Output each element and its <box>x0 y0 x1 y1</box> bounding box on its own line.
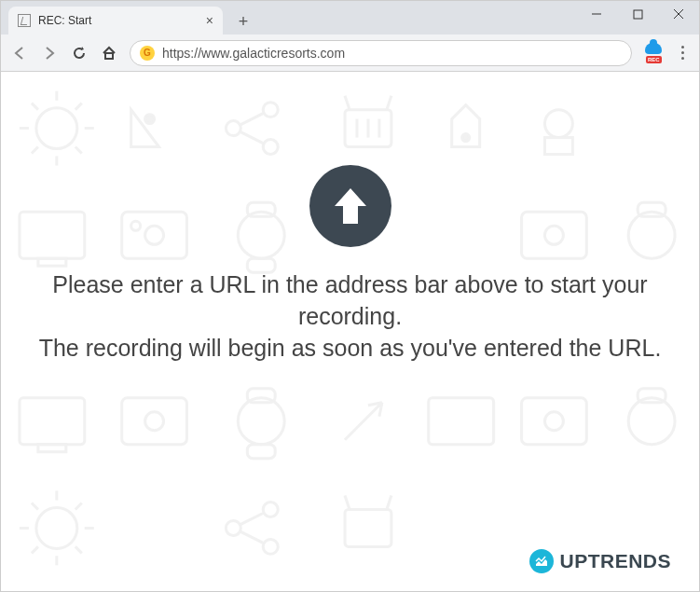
svg-rect-35 <box>122 398 187 445</box>
svg-rect-51 <box>345 509 391 546</box>
maximize-button[interactable] <box>617 1 658 27</box>
home-button[interactable] <box>100 44 118 62</box>
back-button[interactable] <box>10 44 29 62</box>
browser-menu-button[interactable] <box>675 46 690 60</box>
svg-line-52 <box>345 496 350 510</box>
svg-point-36 <box>145 412 164 431</box>
svg-rect-4 <box>105 53 113 59</box>
svg-point-45 <box>36 507 77 548</box>
rec-badge: REC <box>646 56 662 63</box>
window-controls <box>576 1 699 27</box>
url-input[interactable] <box>162 46 622 61</box>
new-tab-button[interactable]: + <box>230 8 256 34</box>
forward-button[interactable] <box>40 44 59 62</box>
svg-rect-34 <box>38 445 66 452</box>
svg-point-43 <box>628 398 675 445</box>
svg-point-42 <box>544 412 563 431</box>
uptrends-logo-icon <box>529 549 554 573</box>
window-titlebar: REC: Start × + <box>1 1 699 34</box>
svg-rect-41 <box>522 398 587 445</box>
instruction-message: Please enter a URL in the address bar ab… <box>1 72 699 364</box>
minimize-button[interactable] <box>576 1 617 27</box>
address-bar[interactable]: G <box>130 40 632 66</box>
message-line-1: Please enter a URL in the address bar ab… <box>20 269 680 333</box>
brand-footer: UPTRENDS <box>529 549 671 573</box>
file-icon <box>18 14 31 27</box>
svg-rect-1 <box>634 10 642 19</box>
tab-title: REC: Start <box>38 14 199 27</box>
page-content: Please enter a URL in the address bar ab… <box>1 72 699 592</box>
svg-line-50 <box>240 531 263 543</box>
browser-tab[interactable]: REC: Start × <box>8 7 223 34</box>
message-line-2: The recording will begin as soon as you'… <box>20 333 680 365</box>
close-window-button[interactable] <box>658 1 699 27</box>
recorder-extension-icon[interactable]: REC <box>643 43 664 63</box>
svg-point-47 <box>263 503 278 517</box>
arrow-up-icon <box>309 165 391 247</box>
svg-line-49 <box>240 513 263 524</box>
svg-point-48 <box>263 539 278 554</box>
brand-name: UPTRENDS <box>559 550 671 572</box>
svg-point-46 <box>226 520 240 535</box>
browser-toolbar: G REC <box>1 34 699 72</box>
svg-rect-39 <box>247 445 275 459</box>
close-tab-icon[interactable]: × <box>206 13 213 28</box>
message-text: Please enter a URL in the address bar ab… <box>1 269 699 364</box>
svg-point-37 <box>238 398 284 445</box>
reload-button[interactable] <box>70 44 89 62</box>
svg-line-53 <box>387 496 391 510</box>
svg-rect-33 <box>20 398 85 445</box>
svg-rect-40 <box>429 398 494 445</box>
site-favicon-icon: G <box>140 46 155 61</box>
